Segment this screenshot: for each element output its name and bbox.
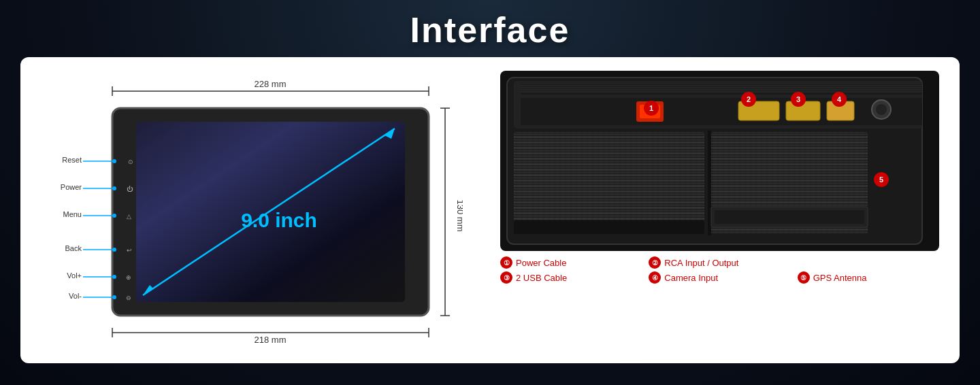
legend-text-3: 2 USB Cable [516, 273, 567, 283]
badge-3: ③ [500, 271, 512, 284]
svg-point-17 [112, 186, 116, 190]
svg-text:2: 2 [747, 95, 751, 103]
legend-item-3: ③ 2 USB Cable [500, 271, 642, 284]
svg-text:△: △ [127, 213, 131, 220]
svg-text:4: 4 [837, 95, 842, 103]
badge-4: ④ [649, 271, 661, 284]
back-device-svg: 1 2 3 4 5 [500, 71, 939, 251]
dim-bottom-label: 218 mm [255, 335, 287, 345]
svg-point-25 [112, 295, 116, 299]
badge-1: ① [500, 256, 512, 269]
svg-rect-41 [521, 98, 922, 125]
svg-rect-51 [708, 131, 711, 235]
svg-text:5: 5 [879, 175, 883, 184]
badge-5: ⑤ [798, 271, 810, 284]
left-panel: 228 mm 130 mm 218 mm [41, 71, 480, 350]
ctrl-volup: Vol+ [67, 271, 82, 280]
right-panel: 1 2 3 4 5 ① Power Cable [500, 71, 939, 350]
legend-text-5: GPS Antenna [813, 273, 867, 283]
page-title: Interface [0, 10, 980, 50]
dimension-diagram: 228 mm 130 mm 218 mm [41, 71, 463, 350]
ctrl-back: Back [65, 244, 82, 252]
legend-text-1: Power Cable [516, 258, 566, 268]
legend-text-4: Camera Input [664, 273, 718, 283]
ctrl-reset: Reset [62, 156, 82, 164]
ctrl-menu: Menu [63, 210, 82, 218]
content-card: 228 mm 130 mm 218 mm [20, 57, 960, 363]
svg-text:↩: ↩ [127, 247, 132, 254]
svg-text:3: 3 [796, 95, 800, 103]
title-section: Interface [0, 0, 980, 57]
interface-photo: 1 2 3 4 5 [500, 71, 939, 251]
legend: ① Power Cable ② RCA Input / Output ③ 2 U… [500, 256, 939, 284]
svg-point-21 [112, 248, 116, 252]
legend-text-2: RCA Input / Output [664, 258, 738, 268]
dim-top-label: 228 mm [255, 79, 287, 89]
svg-point-15 [112, 159, 116, 163]
legend-item-5: ⑤ GPS Antenna [798, 271, 939, 284]
svg-rect-54 [514, 220, 704, 234]
ctrl-voldown: Vol- [69, 292, 82, 300]
size-label: 9.0 inch [241, 209, 317, 231]
svg-rect-53 [715, 210, 864, 224]
svg-point-19 [112, 214, 116, 218]
ctrl-power: Power [61, 183, 82, 191]
svg-text:⊖: ⊖ [126, 295, 131, 301]
legend-item-2: ② RCA Input / Output [649, 256, 790, 269]
badge-2: ② [649, 256, 661, 269]
legend-item-1: ① Power Cable [500, 256, 642, 269]
svg-text:⏻: ⏻ [127, 186, 133, 192]
svg-text:1: 1 [649, 104, 653, 112]
svg-point-23 [112, 275, 116, 279]
legend-item-4: ④ Camera Input [649, 271, 790, 284]
dim-side-label: 130 mm [455, 200, 463, 232]
svg-rect-49 [514, 132, 704, 234]
svg-text:⊕: ⊕ [126, 274, 131, 281]
svg-point-48 [876, 104, 887, 115]
svg-text:⊙: ⊙ [128, 158, 133, 165]
